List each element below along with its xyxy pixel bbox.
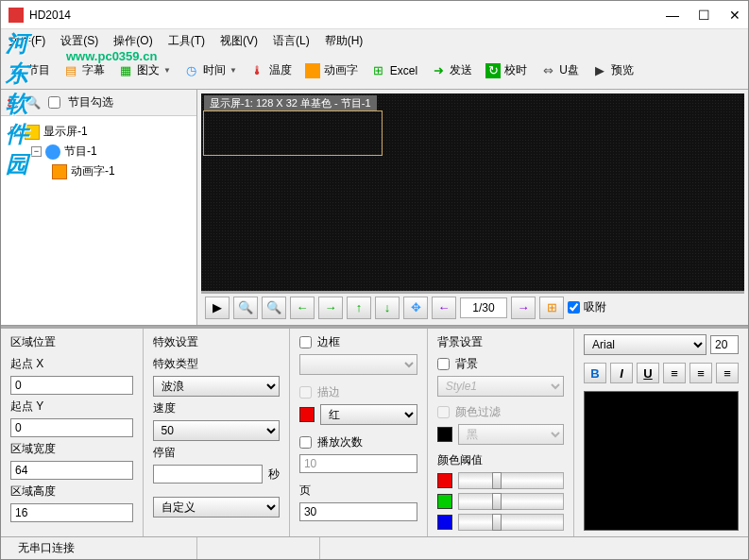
font-select[interactable]: Arial xyxy=(584,334,706,355)
send-icon: ➜ xyxy=(431,63,446,78)
nav-zoomout[interactable]: 🔍 xyxy=(233,297,258,319)
nav-right[interactable]: → xyxy=(318,297,343,319)
nav-left[interactable]: ← xyxy=(290,297,315,319)
y-input[interactable] xyxy=(10,418,133,437)
tb-subtitle[interactable]: ▤字幕 xyxy=(63,62,105,78)
stay-label: 停留 xyxy=(153,445,280,461)
border-check[interactable] xyxy=(299,336,312,348)
nav-down[interactable]: ↓ xyxy=(375,297,400,319)
nav-page[interactable] xyxy=(460,297,507,318)
w-label: 区域宽度 xyxy=(10,441,133,457)
border-select[interactable] xyxy=(299,354,417,375)
x-input[interactable] xyxy=(10,376,133,395)
led-preview[interactable]: 显示屏-1: 128 X 32 单基色 - 节目-1 xyxy=(201,93,744,291)
title-bar: HD2014 — ☐ ✕ xyxy=(1,1,748,29)
tb-send[interactable]: ➜发送 xyxy=(431,62,472,78)
effect-type-select[interactable]: 波浪 xyxy=(153,376,280,397)
stroke-check[interactable] xyxy=(299,386,312,399)
underline-button[interactable]: U xyxy=(637,363,659,383)
speed-label: 速度 xyxy=(153,400,280,416)
filter-color-box[interactable] xyxy=(437,427,452,442)
menu-settings[interactable]: 设置(S) xyxy=(60,33,98,49)
menu-view[interactable]: 视图(V) xyxy=(220,33,258,49)
stroke-color-select[interactable]: 红 xyxy=(320,404,417,425)
status-bar: 无串口连接 xyxy=(1,536,748,559)
thresh-green xyxy=(437,494,452,509)
status-connection: 无串口连接 xyxy=(9,537,197,559)
tree-node-screen[interactable]: −显示屏-1 xyxy=(10,122,191,142)
stroke-color-box[interactable] xyxy=(299,407,315,422)
clock-icon: ◷ xyxy=(184,63,199,78)
stroke-label: 描边 xyxy=(317,384,340,400)
slider-green[interactable] xyxy=(458,493,564,510)
menu-operate[interactable]: 操作(O) xyxy=(113,33,152,49)
play-input[interactable] xyxy=(299,454,417,473)
tb-program[interactable]: ◉节目 xyxy=(9,62,50,78)
menu-tools[interactable]: 工具(T) xyxy=(168,33,205,49)
filter-check[interactable] xyxy=(437,406,450,418)
page-label: 页 xyxy=(299,483,417,499)
custom-select[interactable]: 自定义 xyxy=(153,497,280,518)
nav-next[interactable]: → xyxy=(511,297,536,319)
text-preview[interactable] xyxy=(584,391,739,531)
align-right-button[interactable]: ≡ xyxy=(716,363,739,383)
search-icon[interactable]: 🔍 xyxy=(26,95,41,110)
stay-input[interactable] xyxy=(153,465,263,484)
maximize-button[interactable]: ☐ xyxy=(698,8,710,23)
thresh-label: 颜色阈值 xyxy=(437,452,564,468)
snap-check[interactable] xyxy=(568,301,580,314)
toolbar: ◉节目 ▤字幕 ▦图文▼ ◷时间▼ 🌡温度 动画字 ⊞Excel ➜发送 ↻校时… xyxy=(1,52,748,90)
nav-prev[interactable]: ← xyxy=(432,297,456,319)
close-button[interactable]: ✕ xyxy=(729,8,740,23)
tb-calibrate[interactable]: ↻校时 xyxy=(485,62,527,78)
h-input[interactable] xyxy=(10,503,133,522)
menu-help[interactable]: 帮助(H) xyxy=(325,33,364,49)
slider-blue[interactable] xyxy=(458,514,564,531)
program-check[interactable] xyxy=(48,96,60,109)
tb-usb[interactable]: ⇔U盘 xyxy=(540,62,579,78)
slider-red[interactable] xyxy=(458,472,564,489)
border-label: 边框 xyxy=(317,334,340,350)
align-center-button[interactable]: ≡ xyxy=(689,363,712,383)
tb-preview[interactable]: ▶预览 xyxy=(592,62,634,78)
bold-button[interactable]: B xyxy=(584,363,606,383)
program-icon: ◉ xyxy=(9,63,24,78)
nav-move[interactable]: ✥ xyxy=(403,297,428,319)
play-check[interactable] xyxy=(299,436,312,449)
nav-zoomin[interactable]: 🔍 xyxy=(262,297,286,319)
bg-check[interactable] xyxy=(437,358,450,370)
bg-label: 背景 xyxy=(455,356,478,372)
nav-play[interactable]: ▶ xyxy=(205,297,230,319)
nav-up[interactable]: ↑ xyxy=(347,297,371,319)
filter-select[interactable]: 黑 xyxy=(458,424,564,445)
page-input[interactable] xyxy=(299,502,417,521)
nav-fit[interactable]: ⊞ xyxy=(539,297,564,319)
minimize-button[interactable]: — xyxy=(666,8,679,23)
tree-node-program[interactable]: −节目-1 xyxy=(31,142,191,161)
y-label: 起点 Y xyxy=(10,399,133,415)
tb-temp[interactable]: 🌡温度 xyxy=(250,62,292,78)
play-label: 播放次数 xyxy=(317,434,363,450)
font-size-input[interactable] xyxy=(710,335,739,354)
w-input[interactable] xyxy=(10,461,133,480)
tb-excel[interactable]: ⊞Excel xyxy=(371,63,417,78)
bg-select[interactable]: Style1 xyxy=(437,376,564,397)
tb-time[interactable]: ◷时间▼ xyxy=(184,62,237,78)
play-icon: ▶ xyxy=(592,63,607,78)
tree-node-animtext[interactable]: 动画字-1 xyxy=(52,161,191,181)
collapse-icon[interactable]: − xyxy=(10,127,21,137)
collapse-icon[interactable]: − xyxy=(31,146,42,157)
tb-animtext[interactable]: 动画字 xyxy=(305,62,358,78)
tb-picture[interactable]: ▦图文▼ xyxy=(118,62,171,78)
preview-panel: 显示屏-1: 128 X 32 单基色 - 节目-1 ▶ 🔍 🔍 ← → ↑ ↓… xyxy=(197,90,748,325)
align-left-button[interactable]: ≡ xyxy=(663,363,686,383)
snap-label: 吸附 xyxy=(584,299,606,315)
menu-file[interactable]: 文件(F) xyxy=(9,33,45,49)
thermometer-icon: 🌡 xyxy=(250,63,265,78)
subtitle-icon: ▤ xyxy=(63,63,78,78)
speed-select[interactable]: 50 xyxy=(153,420,280,441)
italic-button[interactable]: I xyxy=(610,363,633,383)
led-region[interactable] xyxy=(203,110,383,156)
delete-icon[interactable]: ✖ xyxy=(7,95,18,110)
menu-language[interactable]: 语言(L) xyxy=(273,33,310,49)
